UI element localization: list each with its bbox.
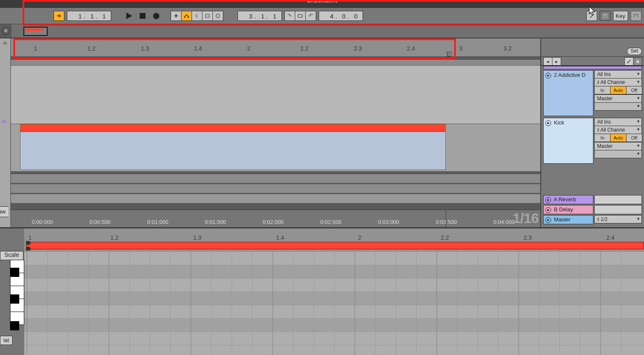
loop-end-flag-icon[interactable] bbox=[447, 52, 453, 56]
arrangement-timeline[interactable]: 1 1.2 1.3 1.4 2 2.2 2.3 2.4 3 3.2 bbox=[11, 38, 541, 227]
return-slot[interactable] bbox=[594, 195, 642, 204]
beat-ruler[interactable]: 1 1.2 1.3 1.4 2 2.2 2.3 2.4 3 3.2 bbox=[11, 38, 540, 57]
master-track[interactable]: Master ⦀ 1/2 bbox=[541, 215, 644, 225]
ruler-tick: 3 bbox=[459, 45, 463, 52]
return-lane-a[interactable] bbox=[11, 174, 540, 183]
midi-note-grid[interactable]: Scale lat bbox=[24, 252, 644, 355]
ruler-tick: 1.3 bbox=[193, 234, 201, 241]
track-fold-icon[interactable] bbox=[545, 73, 551, 79]
locator-lane[interactable] bbox=[11, 59, 540, 65]
monitor-in[interactable]: In bbox=[594, 134, 611, 142]
ruler-tick: 1.2 bbox=[110, 234, 118, 241]
ruler-tick: 2 bbox=[247, 45, 250, 52]
arrangement-position[interactable]: 1. 1. 1 bbox=[67, 11, 111, 21]
track-header-addictive[interactable]: 2 Addictive D All Ins ⦀ All Channe In Au… bbox=[541, 69, 644, 117]
monitor-in[interactable]: In bbox=[594, 86, 611, 94]
monitor-auto[interactable]: Auto bbox=[610, 134, 626, 142]
start-marker-flag-icon[interactable] bbox=[26, 247, 31, 251]
set-button[interactable]: Set bbox=[627, 48, 642, 55]
plus-icon bbox=[174, 12, 178, 20]
audio-to-dropdown[interactable]: Master bbox=[594, 142, 642, 150]
return-track-b[interactable]: B Delay bbox=[541, 205, 644, 215]
overview-visible-window[interactable] bbox=[23, 27, 48, 36]
channel-dropdown[interactable]: ⦀ All Channe bbox=[594, 126, 642, 134]
track-name[interactable]: Kick bbox=[543, 118, 593, 164]
return-track-a[interactable]: A Reverb bbox=[541, 195, 644, 205]
stop-button[interactable] bbox=[137, 11, 148, 21]
overview-close[interactable]: ✕ bbox=[0, 24, 12, 38]
session-record-button[interactable] bbox=[212, 11, 223, 21]
play-button[interactable] bbox=[124, 11, 135, 21]
output-sub-dropdown[interactable] bbox=[594, 102, 642, 111]
midi-clip-header[interactable] bbox=[20, 124, 446, 132]
scale-button[interactable]: Scale bbox=[0, 251, 23, 260]
track-lane-addictive[interactable] bbox=[11, 65, 540, 124]
reenable-automation-button[interactable] bbox=[192, 11, 202, 21]
computer-midi-keyboard-button[interactable] bbox=[600, 11, 611, 21]
monitor-off[interactable]: Off bbox=[626, 134, 642, 142]
time-tick: 0:02:500 bbox=[320, 219, 342, 225]
punch-out-button[interactable] bbox=[305, 11, 316, 21]
capture-button[interactable] bbox=[202, 11, 213, 21]
master-lane[interactable] bbox=[11, 194, 540, 203]
ruler-tick: 2.3 bbox=[524, 234, 532, 241]
track-header-kick[interactable]: Kick All Ins ⦀ All Channe In Auto Off Ma… bbox=[541, 117, 644, 165]
midi-clip-body[interactable] bbox=[20, 132, 446, 170]
prev-locator-button[interactable]: ◂ bbox=[543, 57, 552, 66]
play-icon bbox=[126, 13, 132, 19]
return-name-label: B Delay bbox=[554, 206, 573, 213]
punch-in-button[interactable] bbox=[284, 11, 295, 21]
flat-sharp-button[interactable]: lat bbox=[0, 336, 13, 345]
follow-button[interactable] bbox=[54, 11, 64, 21]
stop-icon bbox=[140, 13, 146, 19]
track-color-dot bbox=[2, 120, 6, 123]
lock-envelopes-button[interactable] bbox=[633, 57, 642, 66]
audio-from-dropdown[interactable]: All Ins bbox=[594, 118, 642, 126]
track-name-label: Kick bbox=[554, 119, 565, 126]
clip-beat-ruler[interactable]: 1 1.2 1.3 1.4 2 2.2 2.3 2.4 bbox=[24, 228, 644, 252]
svg-point-0 bbox=[184, 17, 185, 18]
play-position[interactable]: 3. 1. 1 bbox=[238, 11, 282, 21]
arrangement-overview[interactable]: ✕ bbox=[0, 24, 644, 38]
return-name[interactable]: B Delay bbox=[543, 205, 593, 214]
loop-start-flag-icon[interactable] bbox=[26, 241, 31, 245]
return-lane-b[interactable] bbox=[11, 184, 540, 193]
piano-keys[interactable] bbox=[10, 260, 24, 325]
track1-color-strip bbox=[543, 66, 642, 69]
time-tick: 0:03:500 bbox=[436, 219, 457, 225]
master-name-label: Master bbox=[554, 216, 571, 223]
ruler-tick: 1.2 bbox=[87, 45, 95, 52]
track-fold-icon[interactable] bbox=[545, 120, 551, 126]
time-tick: 0:02:000 bbox=[263, 219, 284, 225]
overdub-plus-button[interactable] bbox=[171, 11, 181, 21]
return-slot[interactable] bbox=[594, 205, 642, 214]
track-lane-kick[interactable] bbox=[11, 124, 540, 171]
master-name[interactable]: Master bbox=[543, 215, 593, 224]
back-to-arr-button[interactable]: aw bbox=[0, 206, 8, 217]
time-ruler[interactable]: 1/16 0:00:000 0:00:500 0:01:000 0:01:500… bbox=[11, 210, 540, 227]
channel-dropdown[interactable]: ⦀ All Channe bbox=[594, 78, 642, 86]
loop-length[interactable]: 4. 0. 0 bbox=[319, 11, 363, 21]
record-button[interactable] bbox=[151, 11, 161, 21]
track-name[interactable]: 2 Addictive D bbox=[543, 70, 593, 116]
audio-to-dropdown[interactable]: Master bbox=[594, 94, 642, 103]
output-sub-dropdown[interactable] bbox=[594, 150, 642, 158]
automation-arm-button[interactable] bbox=[181, 11, 192, 21]
midi-map-button[interactable] bbox=[631, 11, 641, 21]
draw-mode-button[interactable] bbox=[586, 11, 597, 21]
window-titlebar: Unbenannt bbox=[0, 0, 644, 8]
loop-region-bar[interactable] bbox=[26, 242, 644, 249]
unfold-tracks-icon[interactable] bbox=[3, 41, 8, 44]
audio-from-dropdown[interactable]: All Ins bbox=[594, 70, 642, 79]
key-map-button[interactable]: Key bbox=[613, 11, 628, 21]
loop-button[interactable] bbox=[295, 11, 306, 21]
automation-mode-button[interactable] bbox=[624, 57, 634, 66]
ruler-tick: 1.4 bbox=[276, 234, 284, 241]
return-name[interactable]: A Reverb bbox=[543, 195, 593, 204]
monitor-off[interactable]: Off bbox=[626, 86, 642, 94]
master-output-dropdown[interactable]: ⦀ 1/2 bbox=[594, 215, 642, 223]
ruler-tick: 2.2 bbox=[441, 234, 449, 241]
ruler-tick: 2.4 bbox=[606, 234, 614, 241]
next-locator-button[interactable]: ▸ bbox=[552, 57, 561, 66]
monitor-auto[interactable]: Auto bbox=[610, 86, 626, 94]
